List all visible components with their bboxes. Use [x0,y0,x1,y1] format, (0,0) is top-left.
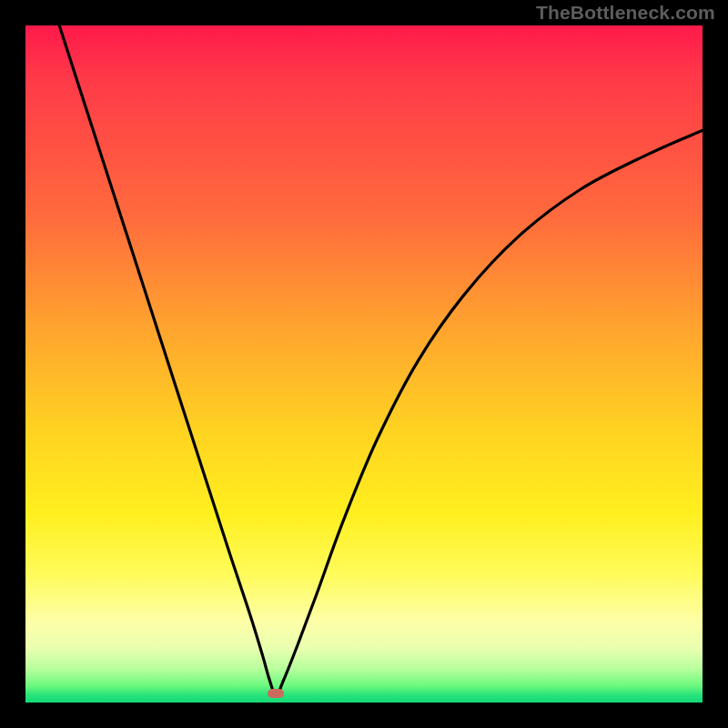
watermark: TheBottleneck.com [536,2,715,24]
optimal-marker [268,689,284,698]
bottleneck-curve [25,25,703,703]
curve-path [59,25,703,696]
chart-frame: TheBottleneck.com [0,0,728,728]
plot-area [25,25,703,703]
